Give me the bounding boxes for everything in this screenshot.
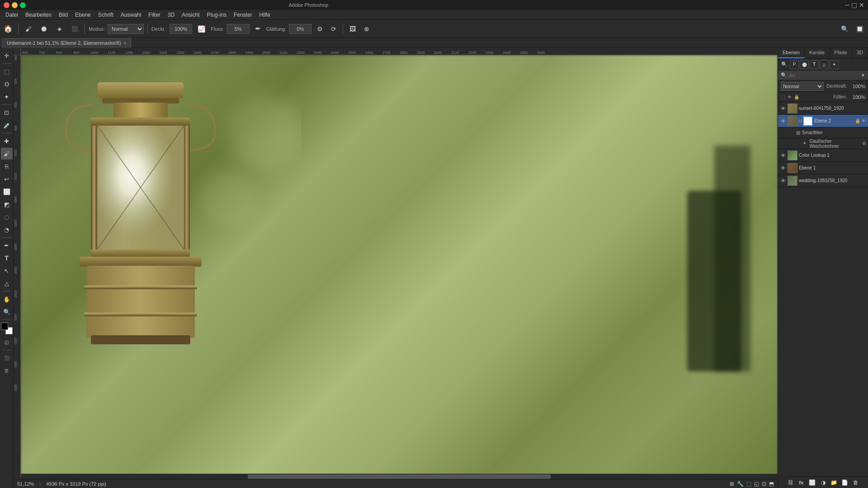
scrollbar-thumb-h[interactable] [248,474,551,479]
delete-layer-btn[interactable]: 🗑 [851,478,860,487]
panel-pixel-btn[interactable]: P [790,60,799,69]
menu-ansicht[interactable]: Ansicht [178,11,203,19]
layer-row-sunset[interactable]: 👁 sunset-6041750_1920 [778,102,868,115]
mode-select[interactable]: Normal [108,24,144,34]
menu-bearbeiten[interactable]: Bearbeiten [22,11,55,19]
close-button[interactable] [4,2,9,8]
extra-tools-btn[interactable]: ☰ [1,365,13,376]
minimize-icon[interactable]: ─ [845,1,849,9]
foreground-color[interactable] [1,323,8,330]
visibility-icon-sunset[interactable]: 👁 [780,105,786,112]
airbrush-btn[interactable]: ✒ [252,23,264,34]
adjustment-layer-btn[interactable]: ◑ [819,478,828,487]
blur-tool[interactable]: ◌ [1,211,13,223]
panel-type-btn[interactable]: T [810,60,819,69]
search-btn[interactable]: 🔍 [838,24,851,33]
brush-button[interactable]: 🖌 [22,23,35,35]
flow-input[interactable] [227,24,250,34]
mask-thumb-ebene2[interactable] [803,116,813,126]
brush-options-button[interactable]: ⬤ [38,23,50,35]
statusbar-btn-5[interactable]: ⊡ [762,481,766,487]
canvas-wrapper[interactable] [21,55,778,479]
menu-plugins[interactable]: Plug-ins [203,11,230,19]
restore-icon[interactable]: ▢ [851,1,857,9]
menu-3d[interactable]: 3D [164,11,178,19]
symmetry-btn[interactable]: ⊕ [361,24,372,33]
layer-styles-btn[interactable]: fx [797,478,806,487]
tab-close-btn[interactable]: × [124,41,127,46]
screen-mode-btn[interactable]: ⬛ [1,352,13,364]
new-layer-btn[interactable]: 📄 [840,478,849,487]
smoothing-settings-btn[interactable]: ⚙ [314,24,326,33]
fill-value[interactable]: 100% [849,94,865,100]
pen-tool[interactable]: ✒ [1,239,13,251]
menu-schrift[interactable]: Schrift [94,11,117,19]
opacity-input[interactable] [170,24,192,34]
brush-alt-button[interactable]: ◈ [53,23,66,35]
brush-mask-button[interactable]: ⬛ [68,23,81,35]
move-tool[interactable]: ✛ [1,50,13,61]
path-select-tool[interactable]: ↖ [1,265,13,277]
tab-kanaele[interactable]: Kanäle [805,48,830,58]
panel-adjust-btn[interactable]: ⬤ [800,60,809,69]
menu-auswahl[interactable]: Auswahl [117,11,145,19]
zoom-tool[interactable]: 🔍 [1,306,13,318]
visibility-icon-gauss[interactable]: 👁 [802,141,807,147]
layer-row-wedding[interactable]: 👁 wedding-1083258_1920 [778,174,868,187]
menu-bild[interactable]: Bild [55,11,71,19]
brush-preset-btn[interactable]: 🖼 [347,24,359,33]
opacity-value[interactable]: 100% [849,84,865,89]
lock-pixels-icon[interactable]: ⬚ [781,94,785,99]
text-tool[interactable]: T [1,252,13,264]
artboard-btn[interactable]: 🔲 [853,24,866,33]
tab-pfade[interactable]: Pfade [830,48,852,58]
panel-filter-kind-btn[interactable]: 🔍 [780,60,789,69]
minimize-button[interactable] [12,2,18,8]
statusbar-btn-4[interactable]: ◱ [754,481,759,487]
shape-tool[interactable]: △ [1,277,13,289]
group-layers-btn[interactable]: 📁 [830,478,839,487]
blend-mode-select[interactable]: Normal [781,82,824,91]
marquee-tool[interactable]: ⬚ [1,66,13,77]
link-layers-btn[interactable]: ⛓ [786,478,795,487]
menu-datei[interactable]: Datei [2,11,22,19]
layer-row-ebene1[interactable]: 👁 Ebene 1 [778,162,868,174]
smoothing-input[interactable] [289,24,311,34]
angle-btn[interactable]: ⟳ [328,24,339,33]
crop-tool[interactable]: ⊡ [1,107,13,118]
gradient-tool[interactable]: ◩ [1,198,13,210]
maximize-button[interactable] [20,2,26,8]
menu-fenster[interactable]: Fenster [230,11,256,19]
tab-3d[interactable]: 3D [852,48,868,58]
statusbar-btn-1[interactable]: ⊞ [730,481,734,487]
stamp-tool[interactable]: ⎘ [1,160,13,172]
opacity-curve-btn[interactable]: 📈 [195,24,208,33]
menu-hilfe[interactable]: Hilfe [256,11,274,19]
layer-row-colorlookup[interactable]: 👁 Color Lookup 1 [778,149,868,162]
statusbar-btn-6[interactable]: ⬒ [769,481,774,487]
statusbar-btn-2[interactable]: 🔧 [737,481,744,487]
lasso-tool[interactable]: ʘ [1,78,13,90]
history-tool[interactable]: ↩ [1,173,13,185]
scrollbar-horizontal[interactable] [21,474,778,479]
menu-ebene[interactable]: Ebene [71,11,94,19]
lock-all-icon[interactable]: 🔒 [794,94,799,99]
close-icon[interactable]: ✕ [859,1,864,9]
hand-tool[interactable]: ✋ [1,293,13,305]
menu-filter[interactable]: Filter [145,11,164,19]
search-down-icon[interactable]: ▼ [861,73,865,78]
filter-row-gauss[interactable]: 👁 Gaußscher Weichzeichner ⚙ [778,138,868,149]
document-tab[interactable]: Unbenannt-1 bei 51,1% (Ebene 2, Ebenenma… [2,38,131,48]
visibility-icon-ebene1[interactable]: 👁 [780,165,786,171]
layer-row-ebene2[interactable]: 👁 ⛓ Ebene 2 🔒 👁 [778,115,868,127]
visibility-icon-ebene2[interactable]: 👁 [780,118,786,124]
home-button[interactable]: 🏠 [2,23,14,35]
dodge-tool[interactable]: ◔ [1,224,13,235]
smartfilter-row[interactable]: ▤ Smartfilter [778,127,868,138]
search-input[interactable] [789,73,859,78]
brush-tool[interactable]: 🖌 [1,148,13,160]
visibility-icon-wedding[interactable]: 👁 [780,178,786,184]
lock-position-icon[interactable]: ✛ [788,94,791,99]
magic-wand-tool[interactable]: ✦ [1,91,13,103]
panel-shape-btn[interactable]: △ [820,60,829,69]
